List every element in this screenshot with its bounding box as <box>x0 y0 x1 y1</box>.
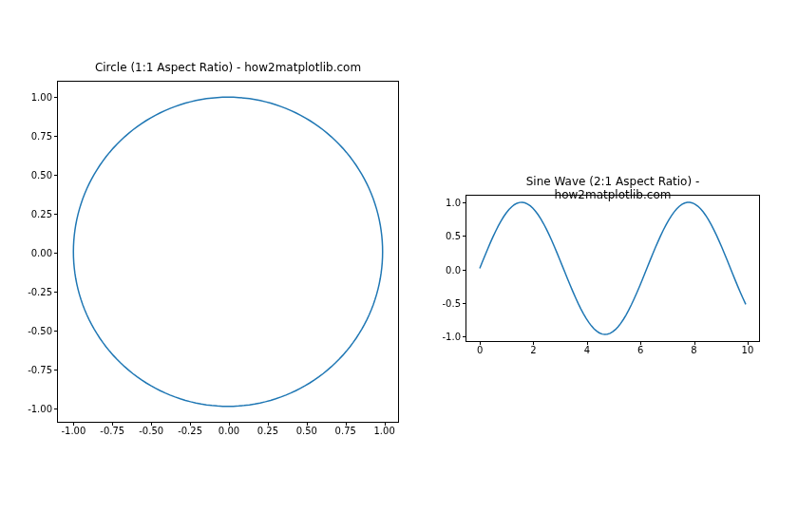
y-tick-label: 1.0 <box>446 198 461 208</box>
y-tick-label: 0.25 <box>31 209 52 219</box>
circle-line <box>73 97 382 406</box>
x-tick-label: 0.25 <box>257 426 278 436</box>
x-tick-label: 0 <box>477 345 483 355</box>
y-tick-mark <box>54 175 58 176</box>
y-tick-label: -0.50 <box>28 325 52 335</box>
x-tick-label: 0.50 <box>296 426 317 436</box>
y-tick-mark <box>463 236 466 237</box>
x-tick-label: 2 <box>530 345 536 355</box>
y-tick-label: 0.0 <box>446 264 461 275</box>
x-tick-label: -1.00 <box>61 426 86 436</box>
y-tick-label: 1.00 <box>31 92 52 103</box>
y-tick-label: -0.5 <box>442 297 461 308</box>
y-tick-mark <box>54 292 58 293</box>
figure: Circle (1:1 Aspect Ratio) - how2matplotl… <box>0 0 798 532</box>
x-tick-label: -0.75 <box>100 426 124 436</box>
y-tick-label: 0.50 <box>31 170 52 180</box>
chart-title-circle: Circle (1:1 Aspect Ratio) - how2matplotl… <box>58 61 398 74</box>
y-tick-label: -0.75 <box>28 364 52 374</box>
y-tick-mark <box>463 202 466 203</box>
x-tick-label: 6 <box>637 345 643 355</box>
y-tick-mark <box>463 270 466 271</box>
plot-area-circle <box>58 82 398 422</box>
sine-line <box>480 202 746 334</box>
axes-sine: Sine Wave (2:1 Aspect Ratio) - how2matpl… <box>466 195 760 342</box>
x-tick-label: 10 <box>742 345 754 355</box>
x-tick-label: 0.00 <box>218 426 239 436</box>
y-tick-mark <box>463 336 466 337</box>
y-tick-mark <box>54 136 58 137</box>
y-tick-mark <box>54 214 58 215</box>
plot-area-sine <box>466 196 759 341</box>
x-tick-label: 1.00 <box>373 426 394 436</box>
x-tick-label: 8 <box>691 345 696 355</box>
y-tick-mark <box>54 408 58 409</box>
y-tick-label: -1.0 <box>442 331 461 341</box>
x-tick-label: 4 <box>584 345 590 355</box>
x-tick-label: -0.50 <box>139 426 163 436</box>
y-tick-mark <box>54 331 58 332</box>
y-tick-mark <box>54 253 58 254</box>
y-tick-label: 0.5 <box>446 231 461 241</box>
y-tick-label: 0.75 <box>31 131 52 142</box>
y-tick-mark <box>54 370 58 370</box>
y-tick-label: 0.00 <box>31 248 52 258</box>
x-tick-label: 0.75 <box>335 426 356 436</box>
x-tick-label: -0.25 <box>178 426 202 436</box>
y-tick-label: -1.00 <box>28 403 52 413</box>
y-tick-mark <box>463 303 466 304</box>
y-tick-mark <box>54 97 58 98</box>
axes-circle: Circle (1:1 Aspect Ratio) - how2matplotl… <box>57 81 399 423</box>
y-tick-label: -0.25 <box>28 286 52 296</box>
